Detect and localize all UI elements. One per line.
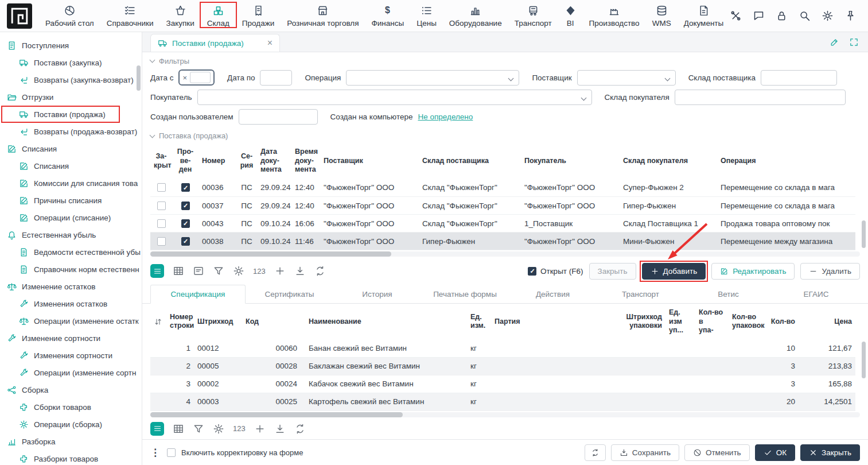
buyer-select[interactable] — [197, 90, 592, 105]
refresh-icon[interactable] — [294, 423, 306, 435]
col-buyer[interactable]: Покупатель — [521, 144, 620, 179]
topnav-item[interactable]: Розничная торговля — [281, 0, 365, 32]
checkbox-unchecked[interactable] — [167, 448, 176, 457]
closed-checkbox[interactable] — [157, 183, 166, 192]
view-list-button[interactable] — [150, 422, 164, 436]
col-pack-unit[interactable]: Ед. изм уп... — [665, 304, 695, 339]
close-document-button[interactable]: Закрыть — [589, 263, 636, 280]
deliveries-horizontal-scrollbar[interactable] — [150, 251, 860, 257]
topnav-item[interactable]: WMS — [646, 0, 678, 32]
spec-vertical-scrollbar[interactable] — [862, 342, 866, 409]
sidebar-item[interactable]: Операции (сборка) — [0, 416, 142, 433]
export-icon[interactable] — [274, 423, 286, 435]
col-posted[interactable]: Про- ве- ден — [172, 144, 198, 179]
col-name[interactable]: Наименование — [305, 304, 467, 339]
ok-button[interactable]: ОК — [755, 444, 795, 461]
date-to-input[interactable] — [260, 70, 292, 86]
sidebar-item[interactable]: Поставки (продажа) — [0, 106, 142, 123]
table-row[interactable]: 00043 ПС 09.10.24 16:06 "ФьюженТорг" ООО… — [150, 215, 855, 232]
col-batch[interactable]: Партия — [491, 304, 590, 339]
checkbox-checked[interactable] — [528, 267, 536, 276]
settings-icon[interactable] — [233, 265, 244, 277]
adjust-checkbox[interactable]: Включить корректировку на форме — [167, 444, 303, 462]
table-row[interactable]: 00036 ПС 29.09.24 12:40 "ФьюженТорг" ООО… — [150, 179, 855, 197]
posted-checkbox[interactable] — [181, 202, 190, 210]
close-form-button[interactable]: Закрыть — [800, 444, 860, 461]
table-row[interactable]: 1 00012 00060 Банан свежий вес Витамин к… — [150, 339, 855, 357]
filter-icon[interactable] — [193, 423, 204, 435]
save-button[interactable]: Сохранить — [611, 444, 679, 461]
cancel-button[interactable]: Отменить — [684, 444, 750, 461]
col-unit[interactable]: Ед. изм. — [467, 304, 491, 339]
col-qty[interactable]: Кол-во — [763, 304, 799, 339]
detail-tab[interactable]: Спецификация — [150, 285, 246, 304]
sidebar-item[interactable]: Возвраты (продажа-возврат) — [0, 123, 142, 140]
sidebar-item[interactable]: Операции (изменение остатк — [0, 312, 142, 330]
topbar-icon-button[interactable] — [753, 10, 765, 22]
sidebar-item[interactable]: Поступления — [0, 37, 142, 54]
numbering-button[interactable]: 123 — [233, 424, 246, 433]
operation-select[interactable] — [346, 70, 519, 86]
col-supplier-warehouse[interactable]: Склад поставщика — [419, 144, 521, 179]
posted-checkbox[interactable] — [181, 237, 190, 246]
table-row[interactable]: 00038 ПС 09.10.24 11:46 "ФьюженТорг" ООО… — [150, 232, 855, 250]
topbar-icon-button[interactable] — [822, 10, 834, 22]
supplier-select[interactable] — [577, 70, 676, 86]
sidebar-item[interactable]: Операции (изменение сортн — [0, 364, 142, 381]
edit-mode-icon[interactable] — [830, 37, 839, 47]
topnav-item[interactable]: Продажи — [236, 0, 281, 32]
col-barcode[interactable]: Штрихкод — [194, 304, 242, 339]
settings-icon[interactable] — [213, 423, 224, 435]
sidebar-item[interactable]: Причины списания — [0, 192, 142, 209]
col-packs[interactable]: Кол-во упаковок — [729, 304, 763, 339]
col-date[interactable]: Дата доку- мента — [257, 144, 291, 179]
filter-icon[interactable] — [213, 265, 224, 277]
detail-tab[interactable]: Транспорт — [597, 285, 684, 303]
sidebar-item[interactable]: Изменение сортности — [0, 330, 142, 347]
topbar-icon-button[interactable] — [776, 10, 788, 22]
table-row[interactable]: 4 00003 00025 Картофель свежий вес Витам… — [150, 393, 855, 410]
sidebar-item[interactable]: Поставки (закупка) — [0, 54, 142, 71]
detail-tab[interactable]: Действия — [509, 285, 597, 303]
refresh-button[interactable] — [585, 444, 606, 461]
sidebar-item[interactable]: Изменения сортности — [0, 347, 142, 364]
date-from-input[interactable]: × — [178, 69, 215, 86]
clear-icon[interactable]: × — [182, 74, 187, 82]
spec-horizontal-scrollbar[interactable] — [150, 412, 860, 417]
topnav-item[interactable]: BI — [558, 0, 583, 32]
sidebar-item[interactable]: Ведомости естественной убы — [0, 243, 142, 261]
view-table-button[interactable] — [173, 423, 184, 435]
topnav-item[interactable]: Справочники — [100, 0, 160, 32]
sidebar-item[interactable]: Списания — [0, 140, 142, 157]
col-buyer-warehouse[interactable]: Склад покупателя — [620, 144, 717, 179]
export-icon[interactable] — [294, 265, 306, 277]
buyer-warehouse-input[interactable] — [675, 90, 846, 105]
topnav-item[interactable]: Цены — [410, 0, 443, 32]
col-pack-barcode[interactable]: Штрихкод упаковки — [590, 304, 665, 339]
topbar-icon-button[interactable] — [799, 10, 811, 22]
col-code[interactable]: Код — [242, 304, 305, 339]
detail-tab[interactable]: Печатные формы — [421, 285, 509, 303]
topnav-item[interactable]: Транспорт — [508, 0, 558, 32]
refresh-icon[interactable] — [314, 265, 326, 277]
app-logo[interactable] — [7, 3, 32, 29]
col-time[interactable]: Время доку- мента — [291, 144, 320, 179]
col-supplier[interactable]: Поставщик — [320, 144, 419, 179]
deliveries-vertical-scrollbar[interactable] — [862, 181, 866, 249]
sidebar-item[interactable]: Изменение остатков — [0, 278, 142, 295]
sidebar-item[interactable]: Списания — [0, 157, 142, 175]
col-qty-per-pack[interactable]: Кол-во в упа- — [695, 304, 729, 339]
view-table-button[interactable] — [173, 265, 184, 277]
kebab-menu-icon[interactable]: ⋮ — [150, 444, 160, 462]
numbering-button[interactable]: 123 — [253, 267, 266, 276]
detail-tab[interactable]: Ветис — [684, 285, 772, 303]
col-number[interactable]: Номер — [198, 144, 236, 179]
deliveries-section-toggle[interactable]: Поставка (продажа) — [142, 129, 868, 144]
sidebar-item[interactable]: Отгрузки — [0, 88, 142, 106]
sidebar-item[interactable]: Сборки товаров — [0, 398, 142, 416]
topbar-icon-button[interactable] — [844, 10, 857, 22]
delete-button[interactable]: Удалить — [800, 263, 860, 280]
sidebar-item[interactable]: Справочник норм естественн — [0, 261, 142, 278]
add-button[interactable]: Добавить — [642, 263, 706, 280]
sidebar-item[interactable]: Комиссии для списания това — [0, 175, 142, 192]
